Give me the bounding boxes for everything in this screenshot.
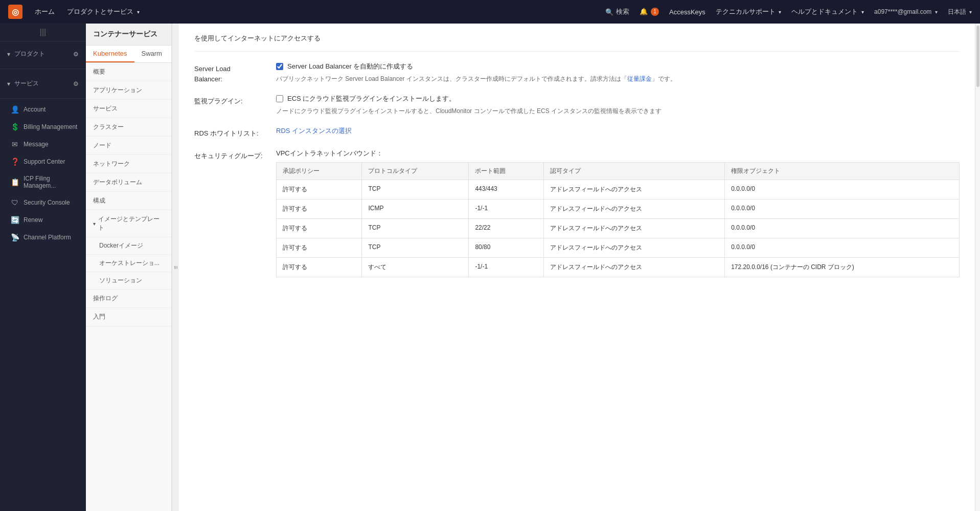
nav-actions: 🔍 検索 🔔 1 AccessKeys テクニカルサポート ▾ ヘルプとドキュメ… <box>605 7 972 16</box>
table-cell-2-1: TCP <box>362 218 469 238</box>
sub-sidebar: コンテナーサービス Kubernetes Swarm 概要 アプリケーション サ… <box>86 24 172 511</box>
submenu-node[interactable]: ノード <box>86 137 171 155</box>
top-nav: ◎ ホーム プロダクトとサービス ▾ 🔍 検索 🔔 1 AccessKeys テ… <box>0 0 980 24</box>
search-button[interactable]: 🔍 検索 <box>605 7 629 16</box>
user-email[interactable]: a097****@gmail.com ▾ <box>874 8 938 15</box>
rds-whitelist-value: RDS インスタンスの選択 <box>276 126 960 136</box>
monitoring-plugin-value: ECS にクラウド監視プラグインをインストールします。 ノードにクラウド監視プラ… <box>276 94 960 116</box>
table-cell-1-4: 0.0.0.0/0 <box>725 199 960 218</box>
sidebar-item-channel[interactable]: 📡 Channel Platform <box>0 229 86 246</box>
sidebar-collapse-button[interactable]: ||| <box>0 24 86 41</box>
monitoring-plugin-label: 監視プラグイン: <box>194 94 276 106</box>
table-row: 許可するすべて-1/-1アドレスフィールドへのアクセス172.20.0.0/16… <box>277 257 960 277</box>
submenu-overview[interactable]: 概要 <box>86 63 171 81</box>
language-selector[interactable]: 日本語 ▾ <box>948 8 972 16</box>
submenu-config[interactable]: 構成 <box>86 192 171 210</box>
support-link[interactable]: テクニカルサポート ▾ <box>716 7 782 16</box>
sidebar-item-renew[interactable]: 🔄 Renew <box>0 211 86 229</box>
server-load-balancer-checkbox[interactable] <box>276 63 283 70</box>
submenu-cluster[interactable]: クラスター <box>86 118 171 137</box>
scroll-handle-icon: ≡ <box>172 265 179 269</box>
sidebar-item-support[interactable]: ❓ Support Center <box>0 153 86 170</box>
table-cell-3-2: 80/80 <box>469 238 544 257</box>
monitoring-plugin-row: 監視プラグイン: ECS にクラウド監視プラグインをインストールします。 ノード… <box>194 94 960 116</box>
server-load-balancer-label: Server LoadBalancer: <box>194 62 276 84</box>
products-dropdown-icon: ▾ <box>137 9 140 15</box>
icp-icon: 📋 <box>10 178 19 186</box>
table-cell-2-4: 0.0.0.0/0 <box>725 218 960 238</box>
support-dropdown-icon: ▾ <box>779 9 781 15</box>
rds-whitelist-row: RDS ホワイトリスト: RDS インスタンスの選択 <box>194 126 960 139</box>
renew-icon: 🔄 <box>10 216 19 224</box>
sidebar-item-security[interactable]: 🛡 Security Console <box>0 194 86 211</box>
table-cell-2-0: 許可する <box>277 218 362 238</box>
support-icon: ❓ <box>10 158 19 166</box>
table-cell-0-4: 0.0.0.0/0 <box>725 180 960 199</box>
col-auth-type: 認可タイプ <box>544 162 725 180</box>
tab-swarm[interactable]: Swarm <box>134 46 169 62</box>
col-policy: 承認ポリシー <box>277 162 362 180</box>
submenu-service[interactable]: サービス <box>86 100 171 118</box>
table-cell-1-2: -1/-1 <box>469 199 544 218</box>
message-icon: ✉ <box>10 140 19 148</box>
vpc-inbound-label: VPCイントラネットインバウンド： <box>276 149 960 158</box>
submenu-volume[interactable]: データボリューム <box>86 173 171 192</box>
sidebar-item-account[interactable]: 👤 Account <box>0 101 86 118</box>
sidebar: ||| ▾ プロダクト ⚙ ▾ サービス ⚙ 👤 Account 💲 Billi… <box>0 24 86 511</box>
submenu-intro[interactable]: 入門 <box>86 308 171 326</box>
security-table-header-row: 承認ポリシー プロトコルタイプ ポート範囲 認可タイプ 権限オブジェクト <box>277 162 960 180</box>
sidebar-item-billing[interactable]: 💲 Billing Management <box>0 118 86 136</box>
server-load-balancer-checkbox-label: Server Load Balancer を自動的に作成する <box>287 62 413 71</box>
sidebar-item-icp[interactable]: 📋 ICP Filing Managem... <box>0 170 86 194</box>
submenu-network[interactable]: ネットワーク <box>86 155 171 173</box>
sub-sidebar-title: コンテナーサービス <box>86 24 171 46</box>
logo[interactable]: ◎ <box>8 5 22 19</box>
user-dropdown-icon: ▾ <box>935 9 938 15</box>
monitoring-plugin-checkbox-row: ECS にクラウド監視プラグインをインストールします。 <box>276 94 960 103</box>
security-table: 承認ポリシー プロトコルタイプ ポート範囲 認可タイプ 権限オブジェクト 許可す… <box>276 162 960 277</box>
security-icon: 🛡 <box>10 198 19 207</box>
access-keys-link[interactable]: AccessKeys <box>669 8 705 16</box>
table-cell-3-4: 0.0.0.0/0 <box>725 238 960 257</box>
sidebar-products-section: ▾ プロダクト ⚙ <box>0 41 86 66</box>
scroll-handle[interactable]: ≡ <box>172 24 179 511</box>
submenu-app[interactable]: アプリケーション <box>86 81 171 100</box>
security-table-head: 承認ポリシー プロトコルタイプ ポート範囲 認可タイプ 権限オブジェクト <box>277 162 960 180</box>
rds-instance-link[interactable]: RDS インスタンスの選択 <box>276 127 352 135</box>
submenu-solution[interactable]: ソリューション <box>86 272 171 290</box>
security-group-label: セキュリティグループ: <box>194 149 276 161</box>
submenu-orchestration[interactable]: オーケストレーショ... <box>86 255 171 272</box>
sub-tabs: Kubernetes Swarm <box>86 46 171 63</box>
submenu-oplog[interactable]: 操作ログ <box>86 290 171 308</box>
right-scrollbar[interactable] <box>975 24 980 511</box>
table-cell-0-0: 許可する <box>277 180 362 199</box>
search-icon: 🔍 <box>605 8 613 16</box>
notification-bell[interactable]: 🔔 1 <box>640 8 659 16</box>
services-gear-icon[interactable]: ⚙ <box>73 80 79 87</box>
table-cell-1-0: 許可する <box>277 199 362 218</box>
table-cell-1-1: ICMP <box>362 199 469 218</box>
submenu-docker-image[interactable]: Dockerイメージ <box>86 237 171 255</box>
billing-method-link[interactable]: 従量課金 <box>627 75 652 82</box>
sidebar-services-header[interactable]: ▾ サービス ⚙ <box>0 75 86 92</box>
nav-products[interactable]: プロダクトとサービス ▾ <box>67 7 140 16</box>
table-row: 許可するICMP-1/-1アドレスフィールドへのアクセス0.0.0.0/0 <box>277 199 960 218</box>
table-cell-0-3: アドレスフィールドへのアクセス <box>544 180 725 199</box>
table-cell-4-4: 172.20.0.0/16 (コンテナーの CIDR ブロック) <box>725 257 960 277</box>
image-group-arrow-icon: ▾ <box>93 221 96 227</box>
sidebar-products-header[interactable]: ▾ プロダクト ⚙ <box>0 46 86 62</box>
server-load-balancer-checkbox-row: Server Load Balancer を自動的に作成する <box>276 62 960 71</box>
submenu-image-group[interactable]: ▾ イメージとテンプレート <box>86 210 171 237</box>
nav-home[interactable]: ホーム <box>35 7 55 16</box>
tab-kubernetes[interactable]: Kubernetes <box>86 46 134 62</box>
table-cell-4-3: アドレスフィールドへのアクセス <box>544 257 725 277</box>
helpdocs-dropdown-icon: ▾ <box>861 9 864 15</box>
help-docs-link[interactable]: ヘルプとドキュメント ▾ <box>791 7 864 16</box>
table-cell-3-0: 許可する <box>277 238 362 257</box>
security-group-row: セキュリティグループ: VPCイントラネットインバウンド： 承認ポリシー プロト… <box>194 149 960 277</box>
notification-badge: 1 <box>651 8 659 16</box>
table-cell-4-2: -1/-1 <box>469 257 544 277</box>
sidebar-item-message[interactable]: ✉ Message <box>0 136 86 153</box>
products-gear-icon[interactable]: ⚙ <box>73 51 79 58</box>
monitoring-plugin-checkbox[interactable] <box>276 95 283 102</box>
